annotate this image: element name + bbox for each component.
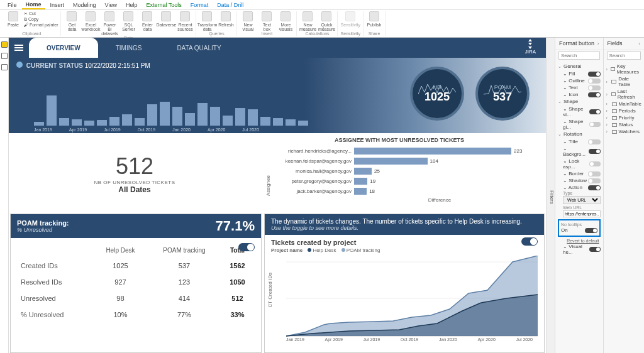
status-bar[interactable] — [197, 103, 208, 126]
ribbon-tab-datadrill[interactable]: Data / Drill — [213, 1, 247, 9]
sql-button[interactable]: SQL Server — [120, 11, 136, 31]
transform-button[interactable]: Transform data — [199, 11, 215, 31]
reset-default-link[interactable]: Revert to default — [558, 239, 601, 243]
line-chart-card[interactable]: Tickets created by project Project name … — [265, 235, 544, 352]
status-bar[interactable] — [47, 95, 57, 126]
pbi-datasets-button[interactable]: Power BI datasets — [101, 11, 118, 36]
tab-timings[interactable]: TIMINGS — [98, 38, 160, 58]
hd-circle[interactable]: HD 1025 — [410, 67, 464, 121]
status-bar[interactable] — [298, 121, 308, 126]
chart-toggle[interactable] — [521, 237, 538, 246]
get-data-button[interactable]: Get data — [64, 11, 80, 31]
model-view-icon[interactable] — [1, 64, 8, 70]
field-item[interactable]: ›Last Refresh — [606, 88, 641, 100]
status-bar[interactable] — [109, 117, 119, 126]
poam-circle[interactable]: POAM 537 — [475, 67, 530, 121]
status-bar[interactable] — [235, 108, 245, 126]
ribbon-tab-home[interactable]: Home — [22, 1, 45, 9]
status-bar[interactable] — [286, 119, 296, 126]
ribbon-tab-help[interactable]: Help — [122, 1, 142, 9]
status-bar[interactable] — [147, 104, 157, 126]
new-visual-button[interactable]: New visual — [240, 11, 256, 31]
field-item[interactable]: ›MainTable — [606, 100, 641, 107]
copy-button[interactable]: ⧉ Copy — [24, 17, 58, 22]
assignee-bar-row[interactable]: keenan.feldspar@agency.gov104 — [274, 156, 533, 166]
prop-fill[interactable]: ⌄ Fill — [558, 70, 601, 77]
prop-shape-gl[interactable]: ⌄ Shape gl... — [558, 118, 601, 131]
ribbon-tab-format[interactable]: Format — [187, 1, 213, 9]
prop-rotation[interactable]: ⌄Rotation — [558, 131, 601, 138]
new-measure-button[interactable]: New measure — [299, 11, 316, 31]
status-bar[interactable] — [210, 107, 220, 126]
status-bar[interactable] — [248, 109, 258, 126]
data-view-icon[interactable] — [1, 53, 8, 59]
report-view-icon[interactable] — [1, 41, 8, 48]
paste-button[interactable]: Paste — [5, 11, 21, 27]
collapse-icon[interactable]: › — [638, 41, 640, 46]
table-row[interactable]: Unresolved98414512 — [18, 290, 253, 307]
kpi-card[interactable]: 512 NB OF UNRESOLVED TICKETS All Dates — [9, 133, 260, 214]
type-select[interactable]: Web URL — [563, 196, 601, 204]
prop-shape[interactable]: ⌄Shape — [558, 98, 601, 105]
prop-shadow[interactable]: ⌄ Shadow — [558, 177, 601, 184]
enter-data-button[interactable]: Enter data — [139, 11, 155, 31]
prop-border[interactable]: ⌄ Border — [558, 170, 601, 177]
cut-button[interactable]: ✂ Cut — [24, 11, 58, 16]
hamburger-icon[interactable] — [9, 47, 29, 48]
prop-icon[interactable]: ⌄ Icon — [558, 91, 601, 98]
prop-shape-st[interactable]: ⌄ Shape st... — [558, 106, 601, 118]
refresh-button[interactable]: Refresh — [218, 11, 234, 27]
assignee-bar-row[interactable]: peter.gregory@agency.gov19 — [274, 176, 533, 186]
ribbon-tab-modeling[interactable]: Modeling — [69, 1, 100, 9]
format-painter-button[interactable]: 🖌 Format painter — [24, 23, 58, 27]
status-bar[interactable] — [260, 117, 270, 126]
table-row[interactable]: Created IDs10255371562 — [18, 258, 253, 274]
tab-data-quality[interactable]: DATA QUALITY — [159, 38, 238, 58]
textbox-button[interactable]: Text box — [258, 11, 275, 31]
weburl-input[interactable] — [563, 210, 601, 217]
format-search-input[interactable] — [558, 52, 600, 60]
status-bars-chart[interactable] — [34, 82, 308, 126]
status-bar[interactable] — [160, 102, 170, 126]
status-bar[interactable] — [223, 116, 233, 126]
tab-overview[interactable]: OVERVIEW — [29, 38, 98, 58]
dataverse-button[interactable]: Dataverse — [158, 11, 174, 27]
fields-search-input[interactable] — [607, 52, 641, 60]
prop-background[interactable]: ⌄ Backgro... — [558, 145, 601, 158]
prop-general[interactable]: ⌄General — [558, 63, 601, 70]
table-row[interactable]: Resolved IDs9271231050 — [18, 274, 253, 290]
table-toggle[interactable] — [238, 243, 255, 251]
assignee-chart[interactable]: ASSIGNEE WITH MOST UNRESOLVED TICKETS As… — [260, 133, 546, 214]
prop-outline[interactable]: ⌄ Outline — [558, 77, 601, 84]
status-bar[interactable] — [172, 107, 182, 126]
more-visuals-button[interactable]: More visuals — [277, 11, 294, 31]
prop-action[interactable]: ⌄ Action — [558, 184, 601, 191]
table-row[interactable]: % Unresolved10%77%33% — [18, 307, 253, 323]
prop-title[interactable]: ⌄ Title — [558, 138, 601, 145]
assignee-bar-row[interactable]: richard.hendricks@agency...223 — [274, 146, 533, 156]
status-bar[interactable] — [59, 118, 69, 126]
publish-button[interactable]: Publish — [366, 11, 382, 27]
ribbon-tab-view[interactable]: View — [101, 1, 121, 9]
status-bar[interactable] — [273, 118, 283, 126]
recent-sources-button[interactable]: Recent sources — [177, 11, 193, 31]
field-item[interactable]: ›Priority — [606, 114, 641, 121]
ribbon-tab-file[interactable]: File — [4, 1, 21, 9]
field-item[interactable]: ›Key Measures — [606, 63, 641, 75]
excel-button[interactable]: Excel workbook — [82, 11, 99, 31]
status-bar[interactable] — [135, 118, 145, 126]
status-bar[interactable] — [185, 113, 195, 126]
prop-text[interactable]: ⌄ Text — [558, 84, 601, 91]
summary-table[interactable]: Help Desk POAM tracking Total Created ID… — [11, 238, 261, 328]
ribbon-tab-insert[interactable]: Insert — [47, 1, 69, 9]
filters-pane-collapsed[interactable]: Filters — [547, 38, 555, 353]
status-bar[interactable] — [84, 121, 94, 126]
status-bar[interactable] — [72, 119, 82, 126]
status-bar[interactable] — [122, 114, 132, 126]
prop-visual-header[interactable]: ⌄ Visual he... — [558, 243, 601, 256]
status-bar[interactable] — [97, 120, 107, 126]
ribbon-tab-external[interactable]: External Tools — [142, 1, 185, 9]
collapse-icon[interactable]: › — [597, 41, 599, 46]
status-bar[interactable] — [34, 122, 44, 126]
field-item[interactable]: ›Status — [606, 121, 641, 128]
